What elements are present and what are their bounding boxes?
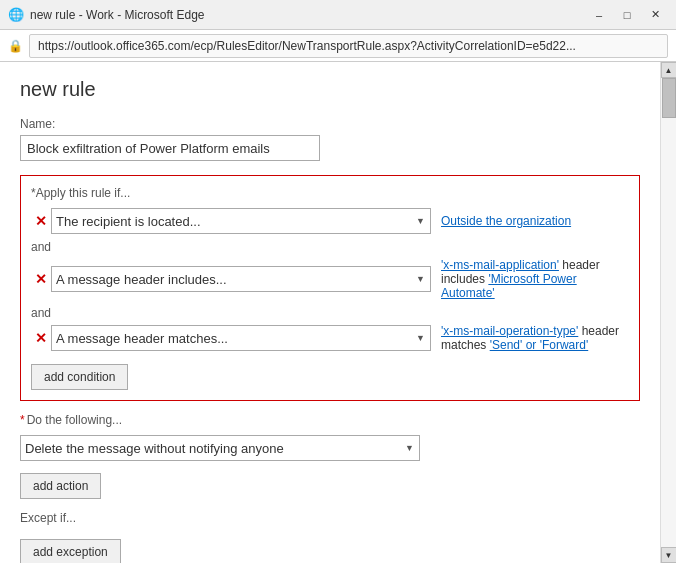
remove-condition-3-button[interactable]: ✕ — [31, 331, 51, 345]
minimize-button[interactable]: – — [586, 5, 612, 25]
address-input[interactable] — [29, 34, 668, 58]
close-button[interactable]: ✕ — [642, 5, 668, 25]
scrollbar[interactable]: ▲ ▼ — [660, 62, 676, 563]
address-bar: 🔒 — [0, 30, 676, 62]
add-action-button[interactable]: add action — [20, 473, 101, 499]
condition-1-link[interactable]: Outside the organization — [441, 214, 571, 228]
add-exception-button[interactable]: add exception — [20, 539, 121, 563]
action-select[interactable]: Delete the message without notifying any… — [20, 435, 420, 461]
and-label-1: and — [31, 240, 629, 254]
do-following-label: Do the following... — [20, 413, 640, 427]
remove-condition-2-button[interactable]: ✕ — [31, 272, 51, 286]
apply-rule-label: *Apply this rule if... — [31, 186, 629, 200]
condition-3-link-block: 'x-ms-mail-operation-type' header matche… — [441, 324, 629, 352]
condition-1-select-wrapper: The recipient is located... — [51, 208, 431, 234]
remove-condition-1-button[interactable]: ✕ — [31, 214, 51, 228]
maximize-button[interactable]: □ — [614, 5, 640, 25]
do-following-section: Do the following... Delete the message w… — [20, 413, 640, 499]
condition-row-3: ✕ A message header matches... 'x-ms-mail… — [31, 324, 629, 352]
condition-2-select-wrapper: A message header includes... — [51, 266, 431, 292]
name-label: Name: — [20, 117, 640, 131]
and-label-2: and — [31, 306, 629, 320]
condition-3-link-op-type[interactable]: 'x-ms-mail-operation-type' — [441, 324, 578, 338]
condition-row-2: ✕ A message header includes... 'x-ms-mai… — [31, 258, 629, 300]
condition-3-link-send-forward[interactable]: 'Send' or 'Forward' — [490, 338, 589, 352]
condition-2-link-app[interactable]: 'x-ms-mail-application' — [441, 258, 559, 272]
condition-3-select[interactable]: A message header matches... — [51, 325, 431, 351]
condition-2-link-automate[interactable]: 'Microsoft Power Automate' — [441, 272, 577, 300]
window-title: new rule - Work - Microsoft Edge — [30, 8, 205, 22]
title-bar: 🌐 new rule - Work - Microsoft Edge – □ ✕ — [0, 0, 676, 30]
title-bar-left: 🌐 new rule - Work - Microsoft Edge — [8, 7, 205, 22]
page-area: new rule Name: *Apply this rule if... ✕ … — [0, 62, 660, 563]
title-bar-controls: – □ ✕ — [586, 5, 668, 25]
except-if-section: Except if... add exception — [20, 511, 640, 563]
main-content: new rule Name: *Apply this rule if... ✕ … — [0, 62, 676, 563]
condition-1-select[interactable]: The recipient is located... — [51, 208, 431, 234]
lock-icon: 🔒 — [8, 39, 23, 53]
browser-icon: 🌐 — [8, 7, 24, 22]
condition-2-link-block: 'x-ms-mail-application' header includes … — [441, 258, 629, 300]
condition-3-select-wrapper: A message header matches... — [51, 325, 431, 351]
scroll-thumb[interactable] — [662, 78, 676, 118]
scroll-up-button[interactable]: ▲ — [661, 62, 677, 78]
apply-rule-section: *Apply this rule if... ✕ The recipient i… — [20, 175, 640, 401]
action-select-wrapper: Delete the message without notifying any… — [20, 435, 420, 461]
condition-row-1: ✕ The recipient is located... Outside th… — [31, 208, 629, 234]
except-if-label: Except if... — [20, 511, 640, 525]
page-title: new rule — [20, 78, 640, 101]
name-input[interactable] — [20, 135, 320, 161]
condition-2-select[interactable]: A message header includes... — [51, 266, 431, 292]
add-condition-button[interactable]: add condition — [31, 364, 128, 390]
scroll-track — [661, 78, 676, 547]
scroll-down-button[interactable]: ▼ — [661, 547, 677, 563]
